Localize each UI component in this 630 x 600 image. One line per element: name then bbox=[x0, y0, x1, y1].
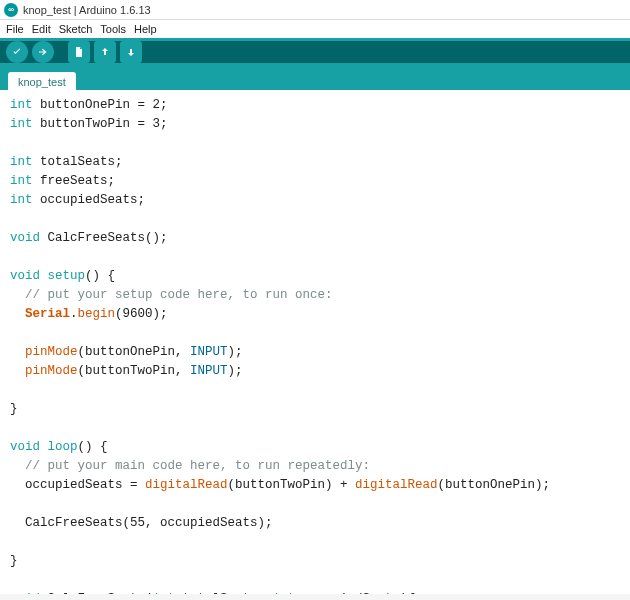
code-token: (buttonTwoPin, bbox=[78, 364, 191, 378]
upload-button[interactable] bbox=[32, 41, 54, 63]
arrow-up-icon bbox=[99, 46, 111, 58]
code-token: (buttonOnePin); bbox=[438, 478, 551, 492]
code-token: CalcFreeSeats(); bbox=[40, 231, 168, 245]
code-token bbox=[10, 307, 25, 321]
menu-edit[interactable]: Edit bbox=[32, 23, 51, 35]
menu-help[interactable]: Help bbox=[134, 23, 157, 35]
code-token: pinMode bbox=[25, 364, 78, 378]
tabbar: knop_test bbox=[0, 66, 630, 90]
code-token: digitalRead bbox=[355, 478, 438, 492]
code-token: setup bbox=[48, 269, 86, 283]
tab-knop-test[interactable]: knop_test bbox=[8, 72, 76, 91]
code-comment: // put your setup code here, to run once… bbox=[10, 288, 333, 302]
code-token: totalSeats; bbox=[33, 155, 123, 169]
code-token: void bbox=[10, 269, 40, 283]
arduino-app-icon: ∞ bbox=[4, 3, 18, 17]
code-token: occupiedSeats = bbox=[10, 478, 145, 492]
code-token: INPUT bbox=[190, 345, 228, 359]
code-token: INPUT bbox=[190, 364, 228, 378]
code-token bbox=[40, 269, 48, 283]
verify-button[interactable] bbox=[6, 41, 28, 63]
code-token: (9600); bbox=[115, 307, 168, 321]
code-token bbox=[10, 364, 25, 378]
code-token: void bbox=[10, 231, 40, 245]
code-token: int bbox=[10, 193, 33, 207]
toolbar bbox=[0, 38, 630, 66]
code-token bbox=[40, 440, 48, 454]
window-title: knop_test | Arduino 1.6.13 bbox=[23, 4, 151, 16]
code-token: void bbox=[10, 592, 40, 594]
menu-sketch[interactable]: Sketch bbox=[59, 23, 93, 35]
check-icon bbox=[11, 46, 23, 58]
new-button[interactable] bbox=[68, 41, 90, 63]
menu-file[interactable]: File bbox=[6, 23, 24, 35]
titlebar: ∞ knop_test | Arduino 1.6.13 bbox=[0, 0, 630, 20]
code-token: } bbox=[10, 554, 18, 568]
code-token: () { bbox=[85, 269, 115, 283]
code-token: ); bbox=[228, 364, 243, 378]
code-token: occupiedSeats; bbox=[33, 193, 146, 207]
code-token: buttonTwoPin = 3; bbox=[33, 117, 168, 131]
code-token: (buttonTwoPin) + bbox=[228, 478, 356, 492]
code-token: totalSeats, bbox=[175, 592, 273, 594]
code-token: digitalRead bbox=[145, 478, 228, 492]
code-token: } bbox=[10, 402, 18, 416]
menu-tools[interactable]: Tools bbox=[100, 23, 126, 35]
code-token: CalcFreeSeats( bbox=[40, 592, 153, 594]
code-token: int bbox=[10, 155, 33, 169]
code-token: . bbox=[70, 307, 78, 321]
code-token: void bbox=[10, 440, 40, 454]
file-icon bbox=[73, 46, 85, 58]
code-token: freeSeats; bbox=[33, 174, 116, 188]
arrow-down-icon bbox=[125, 46, 137, 58]
code-token bbox=[10, 345, 25, 359]
code-token: begin bbox=[78, 307, 116, 321]
arrow-right-icon bbox=[37, 46, 49, 58]
code-token: int bbox=[10, 98, 33, 112]
save-button[interactable] bbox=[120, 41, 142, 63]
code-token: CalcFreeSeats(55, occupiedSeats); bbox=[10, 516, 273, 530]
code-token: loop bbox=[48, 440, 78, 454]
code-token: buttonOnePin = 2; bbox=[33, 98, 168, 112]
code-token: (buttonOnePin, bbox=[78, 345, 191, 359]
code-token: int bbox=[10, 174, 33, 188]
code-token: occupiedSeats){ bbox=[295, 592, 415, 594]
code-token: int bbox=[10, 117, 33, 131]
code-token: pinMode bbox=[25, 345, 78, 359]
code-token: Serial bbox=[25, 307, 70, 321]
code-editor[interactable]: int buttonOnePin = 2; int buttonTwoPin =… bbox=[0, 90, 630, 594]
menubar: File Edit Sketch Tools Help bbox=[0, 20, 630, 38]
code-token: () { bbox=[78, 440, 108, 454]
code-token: int bbox=[273, 592, 296, 594]
code-comment: // put your main code here, to run repea… bbox=[10, 459, 370, 473]
code-token: ); bbox=[228, 345, 243, 359]
code-token: int bbox=[153, 592, 176, 594]
open-button[interactable] bbox=[94, 41, 116, 63]
